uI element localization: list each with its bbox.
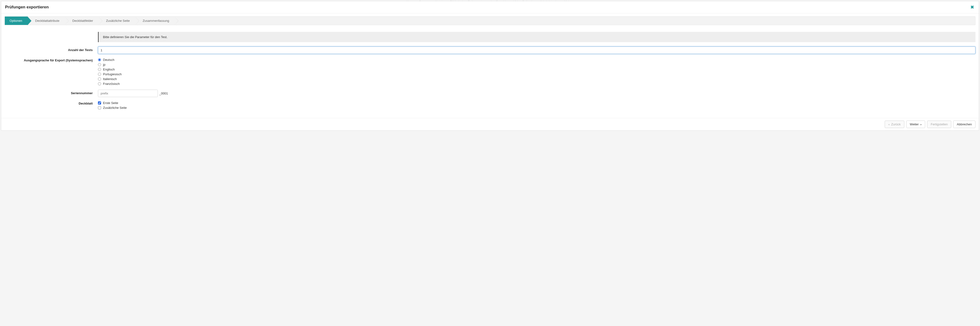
cover-checkbox-group: Erste Seite Zusätzliche Seite [98, 100, 975, 110]
wizard-step-zusaetzliche-seite[interactable]: Zusätzliche Seite [99, 16, 135, 25]
button-label: Abbrechen [957, 123, 972, 126]
radio-label: Italienisch [103, 77, 117, 81]
chevron-left-icon: « [888, 123, 890, 126]
radio-label: Portugiesisch [103, 72, 122, 76]
info-banner: Bitte definieren Sie die Parameter für d… [98, 32, 975, 42]
checkbox-erste-seite[interactable]: Erste Seite [98, 101, 975, 105]
wizard-step-label: Optionen [10, 19, 22, 22]
wizard-step-deckblattfelder[interactable]: Deckblattfelder [65, 16, 99, 25]
label-test-count: Anzahl der Tests [5, 46, 98, 52]
radio-input[interactable] [98, 77, 101, 80]
back-button: « Zurück [885, 121, 904, 128]
wizard-step-label: Zusammenfassung [143, 19, 169, 22]
modal-title: Prüfungen exportieren [5, 5, 49, 10]
next-button[interactable]: Weiter » [906, 121, 925, 128]
serial-suffix: _0001 [159, 91, 168, 95]
radio-label: jp [103, 63, 105, 66]
wizard-step-optionen[interactable]: Optionen [5, 16, 27, 25]
close-button[interactable]: ✖ [969, 5, 975, 10]
wizard-step-label: Deckblattfelder [72, 19, 93, 22]
radio-input[interactable] [98, 58, 101, 61]
export-exams-modal: Prüfungen exportieren ✖ Optionen Deckbla… [1, 1, 979, 131]
checkbox-input[interactable] [98, 106, 101, 109]
modal-header: Prüfungen exportieren ✖ [1, 1, 979, 13]
wizard-step-zusammenfassung[interactable]: Zusammenfassung [135, 16, 175, 25]
button-label: Fertigstellen [931, 123, 948, 126]
radio-option-italienisch[interactable]: Italienisch [98, 77, 975, 81]
modal-body: Optionen Deckblattattribute Deckblattfel… [1, 13, 979, 118]
radio-label: Deutsch [103, 58, 115, 62]
radio-option-deutsch[interactable]: Deutsch [98, 58, 975, 62]
close-icon: ✖ [970, 5, 974, 10]
radio-input[interactable] [98, 63, 101, 66]
radio-input[interactable] [98, 73, 101, 76]
checkbox-zusaetzliche-seite[interactable]: Zusätzliche Seite [98, 106, 975, 110]
button-label: Zurück [891, 123, 901, 126]
spacer [5, 32, 98, 34]
button-label: Weiter [910, 123, 919, 126]
radio-label: Englisch [103, 67, 115, 71]
radio-input[interactable] [98, 68, 101, 71]
radio-option-englisch[interactable]: Englisch [98, 67, 975, 71]
cancel-button[interactable]: Abbrechen [953, 121, 975, 128]
chevron-right-icon: » [920, 123, 921, 126]
radio-option-jp[interactable]: jp [98, 63, 975, 66]
finish-button: Fertigstellen [927, 121, 951, 128]
checkbox-label: Erste Seite [103, 101, 118, 105]
checkbox-label: Zusätzliche Seite [103, 106, 127, 110]
label-serial-number: Seriennummer [5, 89, 98, 95]
checkbox-input[interactable] [98, 101, 101, 104]
language-radio-group: Deutsch jp Englisch Portugiesisch [98, 57, 975, 86]
radio-input[interactable] [98, 82, 101, 85]
radio-option-portugiesisch[interactable]: Portugiesisch [98, 72, 975, 76]
radio-label: Französisch [103, 82, 120, 86]
wizard-step-deckblattattribute[interactable]: Deckblattattribute [27, 16, 65, 25]
label-export-language: Ausgangsprache für Export (Systemsprache… [5, 57, 98, 62]
serial-prefix-input[interactable] [98, 89, 158, 97]
wizard-step-label: Zusätzliche Seite [106, 19, 130, 22]
radio-option-franzoesisch[interactable]: Französisch [98, 82, 975, 86]
test-count-input[interactable] [98, 46, 975, 54]
label-cover: Deckblatt [5, 100, 98, 105]
wizard-steps: Optionen Deckblattattribute Deckblattfel… [5, 16, 975, 25]
wizard-step-label: Deckblattattribute [35, 19, 59, 22]
modal-footer: « Zurück Weiter » Fertigstellen Abbreche… [1, 118, 979, 130]
